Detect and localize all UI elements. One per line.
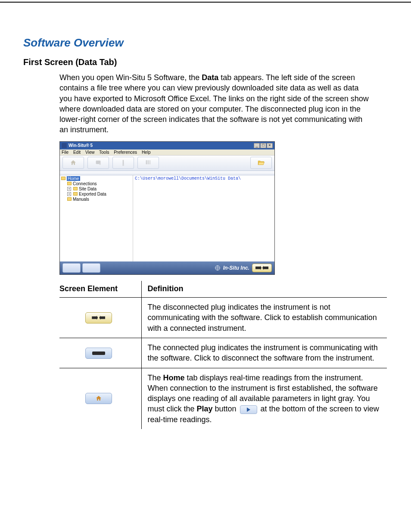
data-path-link[interactable]: C:\Users\morowell\Documents\WinSitu Data…: [133, 175, 274, 261]
tree-label: Site Data: [79, 187, 97, 191]
close-button[interactable]: ×: [267, 143, 273, 148]
menu-help[interactable]: Help: [142, 150, 151, 155]
home-tab-button[interactable]: [62, 157, 84, 169]
app-icon: [62, 143, 67, 148]
tree-item-exported-data[interactable]: +Exported Data: [67, 192, 131, 197]
expand-icon[interactable]: +: [67, 192, 71, 196]
home-icon: [95, 395, 103, 402]
folder-icon: [73, 192, 78, 196]
tool-3-button[interactable]: [112, 157, 134, 169]
tree-root[interactable]: Home: [61, 176, 131, 181]
svg-rect-4: [146, 160, 147, 164]
table-row: The disconnected plug indicates the inst…: [59, 298, 387, 338]
col-header-definition: Definition: [141, 281, 387, 298]
table-row: The Home tab displays real-time readings…: [59, 368, 387, 429]
definition-text: The connected plug indicates the instrum…: [141, 338, 387, 368]
menu-tools[interactable]: Tools: [99, 150, 109, 155]
connection-status-button[interactable]: [252, 264, 272, 272]
toolbar: [60, 156, 274, 171]
minimize-button[interactable]: _: [254, 143, 260, 148]
window-title: Win-Situ® 5: [68, 143, 254, 148]
col-header-element: Screen Element: [59, 281, 141, 298]
menu-preferences[interactable]: Preferences: [114, 150, 137, 155]
svg-rect-2: [123, 160, 124, 165]
maximize-button[interactable]: □: [260, 143, 266, 148]
tool-4-button[interactable]: [137, 157, 159, 169]
expand-icon[interactable]: +: [67, 187, 71, 191]
folder-icon: [73, 187, 78, 190]
tree-label: Manuals: [73, 197, 89, 202]
def-bold-2: Play: [197, 404, 213, 413]
menu-edit[interactable]: Edit: [73, 150, 81, 155]
definition-text: The Home tab displays real-time readings…: [141, 368, 387, 429]
plug-joined-icon: [92, 352, 105, 355]
tree-root-label: Home: [67, 176, 80, 181]
tool-2-button[interactable]: [87, 157, 109, 169]
status-btn-1[interactable]: [62, 263, 81, 273]
folder-icon: [61, 177, 65, 180]
main-pane: Home Connections +Site Data +Exported Da…: [60, 175, 274, 261]
home-tab-icon: [85, 393, 112, 404]
plug-left-icon: [92, 316, 98, 320]
section-heading: First Screen (Data Tab): [23, 57, 388, 67]
device-icon: [94, 159, 102, 166]
page-title: Software Overview: [23, 36, 388, 50]
home-icon: [69, 159, 77, 166]
titlebar: Win-Situ® 5 _ □ ×: [60, 142, 274, 149]
intro-paragraph: When you open Win-Situ 5 Software, the D…: [59, 72, 370, 135]
definition-text: The disconnected plug indicates the inst…: [141, 298, 387, 338]
brand-label: In-Situ Inc.: [223, 265, 249, 271]
menubar: File Edit View Tools Preferences Help: [60, 149, 274, 156]
menu-file[interactable]: File: [62, 150, 68, 155]
instruments-icon: [144, 159, 153, 166]
connected-plug-icon: [85, 348, 112, 359]
tree-item-manuals[interactable]: Manuals: [67, 197, 131, 202]
def-mid2: button: [213, 404, 239, 413]
intro-pre: When you open Win-Situ 5 Software, the: [59, 73, 202, 82]
play-triangle-icon: [247, 408, 250, 412]
folder-icon: [67, 182, 72, 185]
folder-icon: [67, 197, 72, 201]
probe-icon: [119, 159, 127, 166]
plug-right-icon: [262, 266, 268, 270]
disconnected-plug-icon: [85, 312, 112, 324]
plug-right-icon: [99, 316, 105, 320]
intro-bold: Data: [202, 73, 218, 82]
menu-view[interactable]: View: [85, 150, 95, 155]
definitions-table: Screen Element Definition The disconnect…: [59, 281, 387, 429]
plug-left-icon: [255, 266, 262, 270]
tree-item-connections[interactable]: Connections: [67, 181, 131, 187]
svg-point-3: [122, 165, 124, 166]
svg-rect-6: [149, 160, 151, 164]
tree-item-site-data[interactable]: +Site Data: [67, 187, 131, 192]
svg-point-1: [99, 163, 101, 165]
app-screenshot: Win-Situ® 5 _ □ × File Edit View Tools P…: [59, 141, 275, 275]
def-bold-1: Home: [163, 373, 185, 382]
svg-rect-5: [148, 160, 149, 164]
sub-toolbar: [60, 171, 274, 175]
play-button-inline-icon: [240, 405, 257, 414]
intro-post: tab appears. The left side of the screen…: [59, 73, 369, 134]
tree-label: Connections: [73, 181, 97, 186]
def-pre: The: [148, 373, 163, 382]
table-row: The connected plug indicates the instrum…: [59, 338, 387, 368]
brand-area: In-Situ Inc.: [215, 264, 272, 272]
status-btn-2[interactable]: [82, 263, 100, 273]
globe-icon: [215, 265, 221, 271]
file-tree: Home Connections +Site Data +Exported Da…: [60, 175, 133, 261]
open-folder-button[interactable]: [250, 157, 272, 169]
statusbar: In-Situ Inc.: [60, 261, 274, 274]
folder-open-icon: [257, 159, 265, 167]
tree-label: Exported Data: [79, 192, 106, 196]
